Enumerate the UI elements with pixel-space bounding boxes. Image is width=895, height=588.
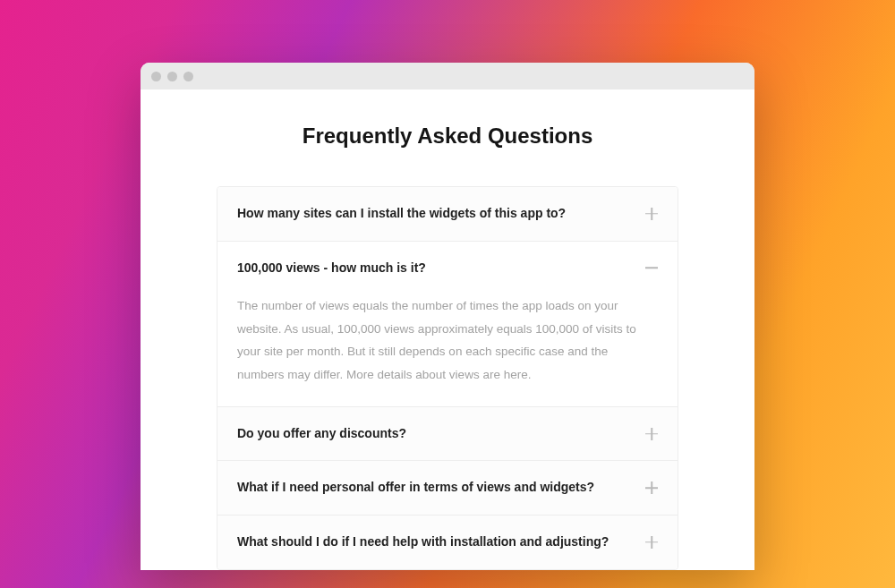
close-icon[interactable] [151,72,161,81]
faq-toggle[interactable]: Do you offer any discounts? [217,407,678,461]
plus-icon [645,428,658,440]
maximize-icon[interactable] [183,72,193,81]
faq-question: What if I need personal offer in terms o… [237,479,645,497]
faq-question: 100,000 views - how much is it? [237,260,645,277]
faq-answer: The number of views equals the number of… [217,294,678,406]
faq-item: What if I need personal offer in terms o… [217,461,678,516]
faq-item: What should I do if I need help with ins… [217,516,678,569]
faq-item: Do you offer any discounts? [217,407,678,462]
faq-toggle[interactable]: What should I do if I need help with ins… [217,516,678,569]
faq-question: How many sites can I install the widgets… [237,205,645,223]
faq-item: 100,000 views - how much is it? The numb… [217,242,678,407]
page-title: Frequently Asked Questions [141,124,754,149]
window-body: Frequently Asked Questions How many site… [141,89,754,570]
minus-icon [645,261,658,274]
faq-accordion: How many sites can I install the widgets… [217,186,678,570]
faq-question: Do you offer any discounts? [237,425,645,443]
faq-toggle[interactable]: What if I need personal offer in terms o… [217,461,678,515]
faq-question: What should I do if I need help with ins… [237,533,645,551]
browser-window: Frequently Asked Questions How many site… [141,63,754,570]
plus-icon [645,536,658,549]
faq-item: How many sites can I install the widgets… [217,187,678,242]
faq-toggle[interactable]: How many sites can I install the widgets… [217,187,678,241]
title-bar [141,63,754,89]
plus-icon [645,481,658,494]
plus-icon [645,208,658,220]
minimize-icon[interactable] [167,72,177,81]
faq-toggle[interactable]: 100,000 views - how much is it? [217,242,678,295]
